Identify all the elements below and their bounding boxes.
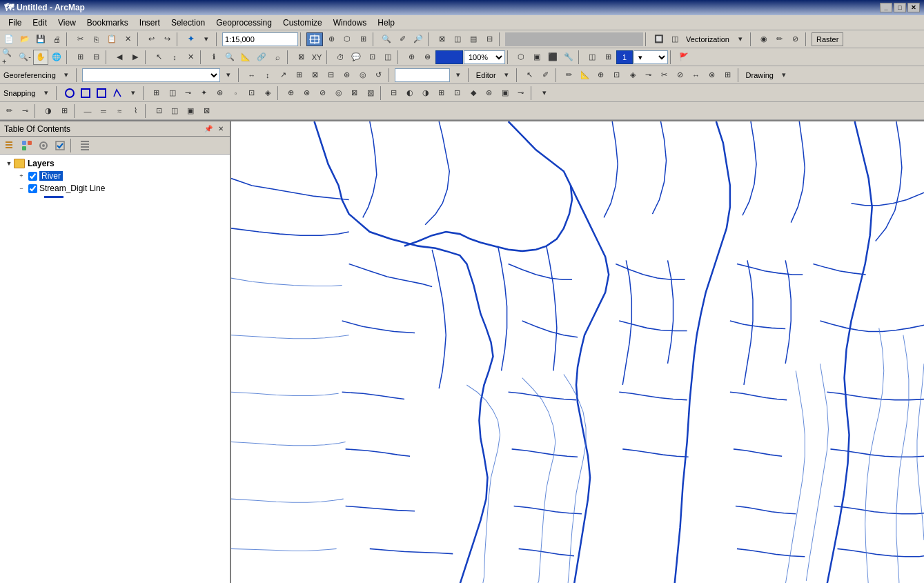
- cut-button[interactable]: ✂: [72, 32, 88, 47]
- find-tool[interactable]: 🔍: [222, 50, 237, 65]
- extra-tool-1[interactable]: ✏: [1, 103, 17, 119]
- undo-button[interactable]: ↩: [144, 32, 159, 47]
- vect-dropdown[interactable]: ▾: [733, 32, 748, 47]
- menu-geoprocessing[interactable]: Geoprocessing: [210, 17, 277, 29]
- river-expand-btn[interactable]: +: [17, 171, 26, 181]
- georef-tool-5[interactable]: ⊠: [308, 68, 323, 83]
- close-button[interactable]: ✕: [907, 3, 920, 12]
- snap-dropdown[interactable]: ▾: [126, 86, 141, 101]
- snap-tool-15[interactable]: ⊟: [386, 86, 402, 101]
- edit-tool-8[interactable]: ⊸: [641, 68, 656, 83]
- snap-tool-8[interactable]: ◈: [260, 86, 275, 101]
- menu-insert[interactable]: Insert: [134, 17, 166, 29]
- tb-tool-3[interactable]: 🔎: [411, 32, 426, 47]
- tb-tool-1[interactable]: 🔍: [379, 32, 394, 47]
- globe-btn[interactable]: 🌐: [49, 50, 64, 65]
- georef-tool-1[interactable]: ↔: [244, 68, 259, 83]
- snap-tool-20[interactable]: ◆: [466, 86, 481, 101]
- dropdown-arrow[interactable]: ▾: [199, 32, 214, 47]
- page-dropdown[interactable]: ▾: [633, 50, 668, 64]
- effect-btn-6[interactable]: ⊞: [600, 50, 616, 65]
- open-button[interactable]: 📂: [17, 32, 32, 47]
- snap-tool-21[interactable]: ⊛: [482, 86, 497, 101]
- print-button[interactable]: 🖨: [49, 32, 64, 47]
- time-slider[interactable]: ⏱: [333, 50, 348, 65]
- vect-tool-2[interactable]: ◫: [667, 32, 682, 47]
- vect-tool-5[interactable]: ⊘: [788, 32, 803, 47]
- edit-tool-5[interactable]: ⊕: [593, 68, 609, 83]
- extra-tool-3[interactable]: ◑: [41, 103, 56, 119]
- layers-collapse-btn[interactable]: ▼: [4, 159, 14, 168]
- back-btn[interactable]: ◀: [112, 50, 127, 65]
- river-checkbox[interactable]: [28, 172, 37, 181]
- layer-dropdown[interactable]: 100%: [464, 50, 505, 64]
- hyperlink-tool[interactable]: 🔗: [254, 50, 269, 65]
- tb-tool-2[interactable]: ✐: [395, 32, 410, 47]
- raster-button[interactable]: Raster: [812, 32, 843, 46]
- edit-tool-12[interactable]: ⊗: [705, 68, 720, 83]
- snap-tool-3[interactable]: ⊸: [181, 86, 196, 101]
- snap-tool-12[interactable]: ◎: [331, 86, 346, 101]
- tb-tool-5[interactable]: ◫: [450, 32, 465, 47]
- snapping-dropdown[interactable]: ▾: [39, 86, 54, 101]
- extra-tool-5[interactable]: —: [80, 103, 95, 119]
- identify-button[interactable]: ⬡: [340, 32, 355, 47]
- delete-button[interactable]: ✕: [120, 32, 135, 47]
- redo-button[interactable]: ↪: [159, 32, 175, 47]
- minimize-button[interactable]: _: [880, 3, 892, 12]
- effect-btn-2[interactable]: ▣: [529, 50, 544, 65]
- snap-tool-11[interactable]: ⊘: [315, 86, 331, 101]
- stream-layer-row[interactable]: − Stream_Digit Line: [15, 182, 227, 195]
- scale-input[interactable]: [222, 32, 298, 46]
- effect-btn-4[interactable]: 🔧: [561, 50, 576, 65]
- layers-group-row[interactable]: ▼ Layers: [3, 157, 227, 170]
- maximize-button[interactable]: □: [894, 3, 906, 12]
- snap-tool-4[interactable]: ✦: [197, 86, 212, 101]
- fwd-btn[interactable]: ▶: [128, 50, 143, 65]
- georef-tool-6[interactable]: ⊟: [324, 68, 339, 83]
- new-button[interactable]: 📄: [1, 32, 17, 47]
- menu-file[interactable]: File: [3, 17, 27, 29]
- menu-bookmarks[interactable]: Bookmarks: [81, 17, 134, 29]
- menu-windows[interactable]: Windows: [328, 17, 373, 29]
- edit-tool-13[interactable]: ⊞: [720, 68, 736, 83]
- edit-tool-6[interactable]: ⊡: [609, 68, 625, 83]
- effect-btn-1[interactable]: ⬡: [513, 50, 529, 65]
- georef-tool-9[interactable]: ↺: [371, 68, 386, 83]
- toc-list-by-selection[interactable]: [52, 138, 68, 153]
- select-feat[interactable]: ↕: [167, 50, 182, 65]
- snap-dropdown2[interactable]: ▾: [537, 86, 552, 101]
- toc-options[interactable]: [77, 138, 92, 153]
- river-layer-row[interactable]: + River: [15, 170, 227, 182]
- snap-tool-10[interactable]: ⊗: [299, 86, 315, 101]
- paste-button[interactable]: 📋: [104, 32, 119, 47]
- georef-value-input[interactable]: [395, 68, 450, 82]
- snap-tool-23[interactable]: ⊸: [513, 86, 529, 101]
- fixed-zoom-out[interactable]: ⊟: [88, 50, 104, 65]
- snap-tool-5[interactable]: ⊛: [213, 86, 228, 101]
- snap-tool-9[interactable]: ⊕: [284, 86, 299, 101]
- georef-tool-3[interactable]: ↗: [276, 68, 291, 83]
- vect-tool-4[interactable]: ✏: [772, 32, 787, 47]
- tb-tool-7[interactable]: ⊟: [482, 32, 497, 47]
- extra-tool-12[interactable]: ⊠: [199, 103, 214, 119]
- create-viewer[interactable]: ⊡: [364, 50, 380, 65]
- extra-tool-10[interactable]: ◫: [167, 103, 182, 119]
- view-btn2[interactable]: ◫: [380, 50, 395, 65]
- full-extent-button[interactable]: [306, 32, 323, 46]
- color-selector[interactable]: [435, 50, 463, 64]
- georef-dropdown[interactable]: ▾: [59, 68, 74, 83]
- snap-tool-13[interactable]: ⊠: [347, 86, 362, 101]
- tb-tool-4[interactable]: ⊠: [434, 32, 449, 47]
- edit-tool-11[interactable]: ↔: [689, 68, 704, 83]
- effect-btn-3[interactable]: ⬛: [545, 50, 560, 65]
- georef-tool-7[interactable]: ⊛: [340, 68, 355, 83]
- snap-angle-btn[interactable]: [110, 86, 125, 101]
- nav-tool-1[interactable]: ⊕: [404, 50, 419, 65]
- edit-tool-10[interactable]: ⊘: [673, 68, 688, 83]
- extra-tool-2[interactable]: ⊸: [17, 103, 32, 119]
- clear-sel[interactable]: ✕: [183, 50, 198, 65]
- menu-customize[interactable]: Customize: [277, 17, 328, 29]
- extra-tool-4[interactable]: ⊞: [57, 103, 72, 119]
- toc-list-by-visibility[interactable]: [36, 138, 51, 153]
